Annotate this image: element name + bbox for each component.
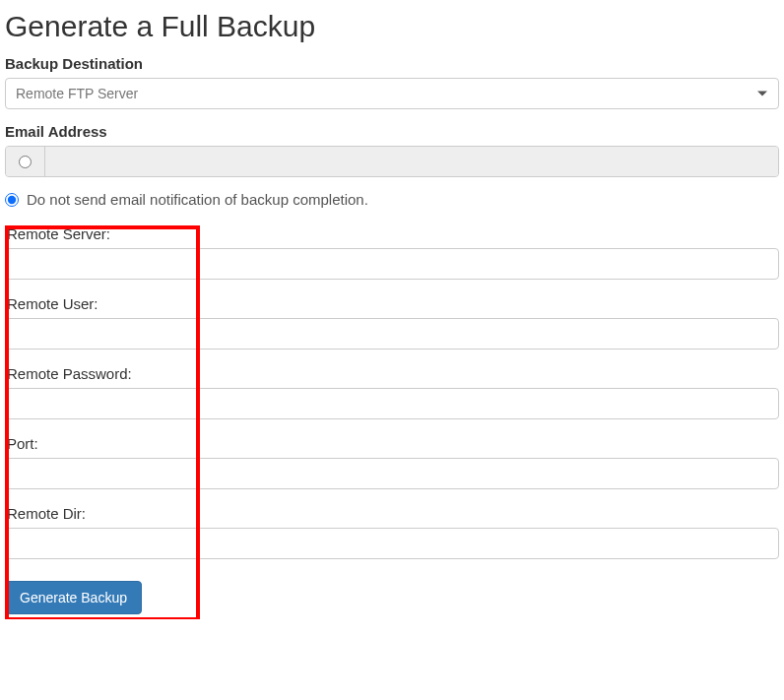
remote-dir-label: Remote Dir: <box>5 505 779 522</box>
backup-destination-select[interactable]: Remote FTP Server <box>5 78 779 109</box>
email-enable-radio[interactable] <box>19 156 32 168</box>
no-email-label: Do not send email notification of backup… <box>27 191 368 208</box>
no-email-radio[interactable] <box>5 193 19 207</box>
remote-user-input[interactable] <box>5 318 779 350</box>
backup-destination-label: Backup Destination <box>5 55 779 72</box>
page-title: Generate a Full Backup <box>5 10 779 43</box>
no-email-row: Do not send email notification of backup… <box>5 191 779 208</box>
remote-password-label: Remote Password: <box>5 365 779 382</box>
email-input[interactable] <box>45 147 778 176</box>
remote-server-label: Remote Server: <box>5 225 779 242</box>
remote-dir-input[interactable] <box>5 528 779 559</box>
generate-backup-button[interactable]: Generate Backup <box>5 581 142 614</box>
email-address-row <box>5 146 779 177</box>
remote-password-input[interactable] <box>5 388 779 419</box>
remote-user-label: Remote User: <box>5 295 779 312</box>
port-input[interactable] <box>5 458 779 489</box>
highlight-box <box>5 225 200 619</box>
email-enable-radio-box <box>6 147 45 176</box>
port-label: Port: <box>5 435 779 452</box>
email-address-label: Email Address <box>5 123 779 140</box>
remote-server-input[interactable] <box>5 248 779 280</box>
